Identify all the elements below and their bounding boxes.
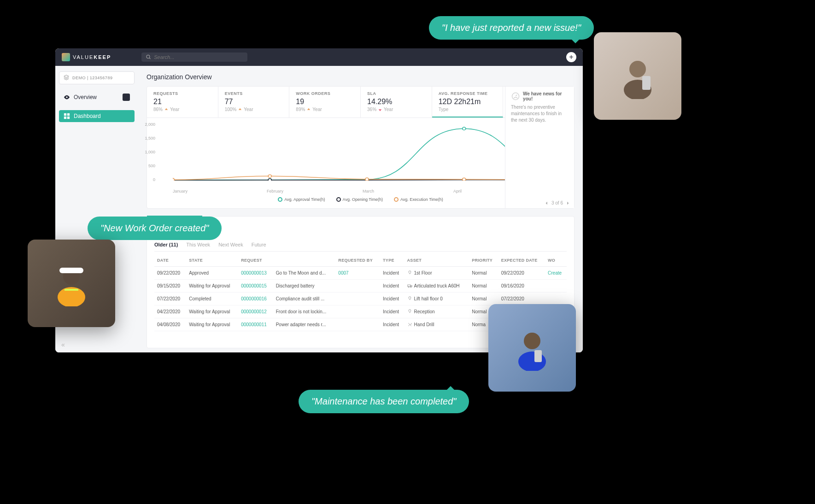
legend-approval: Avg. Approval Time(h): [278, 197, 325, 202]
speech-bubble-workorder: "New Work Order created": [88, 217, 222, 240]
persona-reporter: [594, 32, 681, 120]
grid-icon: [64, 113, 70, 119]
svg-rect-32: [64, 289, 78, 291]
x-labels: JanuaryFebruaryMarchAprilSeptember: [173, 189, 561, 193]
svg-rect-23: [407, 285, 410, 287]
chevron-right-icon[interactable]: [566, 201, 569, 205]
gauge-icon: [511, 91, 520, 101]
svg-rect-4: [64, 117, 66, 119]
svg-point-20: [463, 178, 466, 181]
chevron-left-icon[interactable]: [545, 201, 549, 205]
pager-text: 3 of 6: [551, 200, 563, 205]
news-title: We have news for you!: [523, 91, 569, 101]
table-row[interactable]: 09/15/2020 Waiting for Approval 00000000…: [154, 280, 567, 293]
kpi-sla[interactable]: SLA14.29%36% Year: [361, 87, 432, 117]
svg-point-10: [463, 127, 466, 130]
speech-bubble-maintenance: "Maintenance has been completed": [299, 390, 469, 413]
legend-opening: Avg. Opening Time(h): [336, 197, 383, 202]
logo-text: VALUEKEEP: [73, 54, 111, 60]
search-box[interactable]: [141, 53, 247, 62]
search-input[interactable]: [154, 54, 243, 60]
chart-legend: Avg. Approval Time(h) Avg. Opening Time(…: [155, 197, 566, 205]
org-selector[interactable]: DEMO | 123456789: [59, 71, 135, 84]
search-icon: [146, 54, 151, 60]
svg-point-0: [147, 55, 150, 59]
logo[interactable]: VALUEKEEP: [62, 53, 111, 61]
tab-next-week[interactable]: Next Week: [218, 242, 243, 247]
collapse-button[interactable]: «: [59, 340, 67, 349]
news-body: There's no preventive maintenances to fi…: [511, 104, 569, 123]
kpi-avg-response-time[interactable]: AVG. RESPONSE TIME12D 22h21mType: [432, 87, 504, 117]
news-panel: We have news for you! There's no prevent…: [505, 87, 574, 208]
logo-icon: [62, 53, 70, 61]
svg-line-1: [149, 58, 150, 59]
add-button[interactable]: +: [566, 52, 576, 62]
table-row[interactable]: 07/22/2020 Completed 0000000016 Complian…: [154, 293, 567, 305]
topbar: VALUEKEEP +: [55, 48, 583, 66]
svg-point-27: [629, 61, 646, 77]
stack-icon: [63, 75, 70, 81]
tab-older-[interactable]: Older (11): [154, 242, 178, 247]
svg-point-25: [408, 287, 409, 287]
chevron-down-icon: [123, 94, 130, 101]
table-header: DATESTATEREQUESTREQUESTED BYTYPEASSETPRI…: [154, 254, 567, 267]
chart-plot: [173, 124, 561, 181]
svg-rect-5: [67, 117, 70, 119]
tab-future[interactable]: Future: [252, 242, 266, 247]
persona-manager: [28, 240, 115, 327]
svg-point-13: [268, 179, 271, 181]
svg-rect-35: [534, 350, 542, 362]
nav-dashboard[interactable]: Dashboard: [59, 110, 135, 122]
svg-point-17: [173, 178, 175, 181]
kpi-work-orders[interactable]: WORK ORDERS1989% Year: [289, 87, 361, 117]
svg-rect-3: [67, 113, 70, 116]
overview-card: REQUESTS2186% YearEVENTS77100% YearWORK …: [147, 86, 575, 209]
tab-this-week[interactable]: This Week: [186, 242, 210, 247]
pager: 3 of 6: [545, 200, 569, 205]
legend-execution: Avg. Execution Time(h): [394, 197, 443, 202]
svg-point-26: [410, 287, 411, 287]
svg-point-19: [365, 178, 369, 181]
org-label: DEMO | 123456789: [72, 76, 112, 80]
table-row[interactable]: 09/22/2020 Approved 0000000013 Go to The…: [154, 267, 567, 280]
kpi-events[interactable]: EVENTS77100% Year: [218, 87, 290, 117]
page-title: Organization Overview: [147, 73, 575, 81]
svg-rect-2: [64, 113, 66, 116]
nav-dashboard-label: Dashboard: [74, 113, 101, 119]
svg-rect-29: [642, 76, 651, 90]
svg-point-18: [268, 175, 271, 177]
kpi-requests[interactable]: REQUESTS2186% Year: [147, 87, 218, 117]
eye-icon: [64, 94, 70, 100]
wo-tabs: Older (11)This WeekNext WeekFuture: [154, 242, 567, 252]
nav-overview-label: Overview: [74, 94, 97, 100]
persona-technician: [488, 304, 576, 392]
svg-point-33: [524, 333, 540, 349]
speech-bubble-report: "I have just reported a new issue!": [429, 16, 594, 40]
nav-overview[interactable]: Overview: [59, 91, 135, 104]
